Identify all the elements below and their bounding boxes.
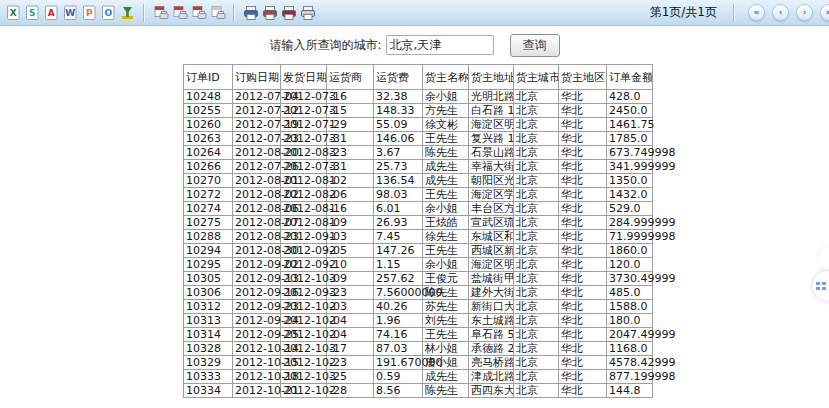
table-row: 103132012-09-242012-10-0421.96刘先生东土城路 72…: [184, 314, 653, 328]
table-cell: 0.59: [374, 370, 423, 384]
table-cell: 华北: [559, 356, 607, 370]
column-header: 发货日期: [281, 65, 327, 90]
table-cell: 陈先生: [423, 146, 469, 160]
export-image-icon[interactable]: P: [80, 3, 99, 23]
table-cell: 华北: [559, 328, 607, 342]
table-row: 103062012-09-162012-09-2337.56000000陈先生建…: [184, 286, 653, 300]
table-cell: 成先生: [423, 370, 469, 384]
svg-text:O: O: [104, 8, 112, 18]
table-cell: 北京: [514, 216, 559, 230]
table-cell: 阜石路 58: [469, 328, 514, 342]
table-cell: 2012-10-04: [281, 328, 327, 342]
svg-text:X: X: [10, 8, 17, 18]
export-button-group: XSAWPO: [4, 3, 137, 23]
print-preview-icon-4[interactable]: [208, 3, 227, 23]
table-cell: 苏先生: [423, 300, 469, 314]
export-pdf-icon[interactable]: A: [42, 3, 61, 23]
table-cell: 10264: [184, 146, 233, 160]
table-cell: 10255: [184, 104, 233, 118]
export-excel-icon[interactable]: X: [4, 3, 23, 23]
server-print-icon[interactable]: [298, 3, 317, 23]
toolbar-separator: [233, 4, 235, 22]
table-cell: 华北: [559, 258, 607, 272]
print-preview-icon-3[interactable]: [189, 3, 208, 23]
table-header-row: 订单ID订购日期发货日期运货商运货费货主名称货主地址货主城市货主地区订单金额: [184, 65, 653, 90]
print-preview-icon-2[interactable]: [170, 3, 189, 23]
export-word-icon[interactable]: W: [61, 3, 80, 23]
table-cell: 陈先生: [423, 286, 469, 300]
table-row: 102552012-07-122012-07-153148.33方先生白石路 1…: [184, 104, 653, 118]
table-cell: 北京: [514, 244, 559, 258]
table-cell: 2012-10-23: [281, 356, 327, 370]
table-row: 102642012-08-202012-08-2333.67陈先生石景山路 46…: [184, 146, 653, 160]
table-cell: 2012-08-23: [281, 146, 327, 160]
table-cell: 成先生: [423, 174, 469, 188]
table-cell: 7.56000000: [374, 286, 423, 300]
table-cell: 2012-07-19: [233, 118, 281, 132]
last-page-button[interactable]: »: [820, 4, 829, 21]
pdf-print-icon[interactable]: [260, 3, 279, 23]
prev-page-button[interactable]: ‹: [772, 4, 789, 21]
table-cell: 1: [327, 118, 374, 132]
first-page-button[interactable]: «: [748, 4, 765, 21]
table-cell: 华北: [559, 174, 607, 188]
table-cell: 2: [327, 188, 374, 202]
applet-print-icon[interactable]: [279, 3, 298, 23]
city-query-input[interactable]: [386, 35, 494, 55]
floating-widget-secondary[interactable]: [819, 245, 829, 271]
table-cell: 2012-10-21: [233, 384, 281, 398]
query-button[interactable]: 查询: [510, 34, 560, 57]
export-html-icon[interactable]: O: [99, 3, 118, 23]
table-cell: 32.38: [374, 90, 423, 104]
table-cell: 盐城街甲 2: [469, 272, 514, 286]
table-cell: 180.0: [607, 314, 653, 328]
table-cell: 10274: [184, 202, 233, 216]
table-cell: 北京: [514, 230, 559, 244]
table-cell: 120.0: [607, 258, 653, 272]
table-cell: 10312: [184, 300, 233, 314]
table-cell: 1350.0: [607, 174, 653, 188]
table-cell: 2012-08-30: [233, 244, 281, 258]
table-cell: 建外大街 72: [469, 286, 514, 300]
table-cell: 10272: [184, 188, 233, 202]
floating-widget-toggle[interactable]: [813, 271, 829, 301]
export-excel-simple-icon[interactable]: S: [23, 3, 42, 23]
table-cell: 10295: [184, 258, 233, 272]
table-row: 102602012-07-192012-07-29155.09徐文彬海淀区明成路…: [184, 118, 653, 132]
table-row: 102632012-07-232012-07-313146.06王先生复兴路 1…: [184, 132, 653, 146]
table-cell: 8.56: [374, 384, 423, 398]
drag-handle-icon: [816, 282, 826, 290]
table-cell: 529.0: [607, 202, 653, 216]
table-cell: 40.26: [374, 300, 423, 314]
table-cell: 2012-07-15: [281, 104, 327, 118]
table-cell: 北京: [514, 342, 559, 356]
flash-print-icon[interactable]: [241, 3, 260, 23]
svg-text:P: P: [86, 8, 93, 18]
print-preview-icon-1[interactable]: [151, 3, 170, 23]
table-cell: 3: [327, 342, 374, 356]
table-cell: 3: [327, 272, 374, 286]
table-cell: 2012-08-02: [281, 174, 327, 188]
table-cell: 白石路 116: [469, 104, 514, 118]
table-cell: 余小姐: [423, 90, 469, 104]
next-page-button[interactable]: ›: [796, 4, 813, 21]
column-header: 货主名称: [423, 65, 469, 90]
email-icon[interactable]: [118, 3, 137, 23]
table-cell: 北京: [514, 300, 559, 314]
table-cell: 2012-09-25: [233, 328, 281, 342]
table-cell: 王炫皓: [423, 216, 469, 230]
table-row: 103282012-10-142012-10-17387.03林小姐承德路 21…: [184, 342, 653, 356]
print-button-group: [241, 3, 317, 23]
pagination-nav: «‹›»: [741, 4, 829, 21]
table-cell: 2012-08-06: [281, 188, 327, 202]
table-cell: 2012-10-18: [233, 370, 281, 384]
table-cell: 华北: [559, 314, 607, 328]
table-row: 102662012-07-262012-07-31325.73成先生幸福大街 8…: [184, 160, 653, 174]
table-cell: 西四东大街: [469, 384, 514, 398]
svg-text:S: S: [29, 8, 35, 18]
table-cell: 2012-09-03: [281, 230, 327, 244]
table-cell: 丰台区方庄北: [469, 202, 514, 216]
table-cell: 3: [327, 132, 374, 146]
table-cell: 2012-09-16: [233, 286, 281, 300]
table-cell: 1: [327, 230, 374, 244]
